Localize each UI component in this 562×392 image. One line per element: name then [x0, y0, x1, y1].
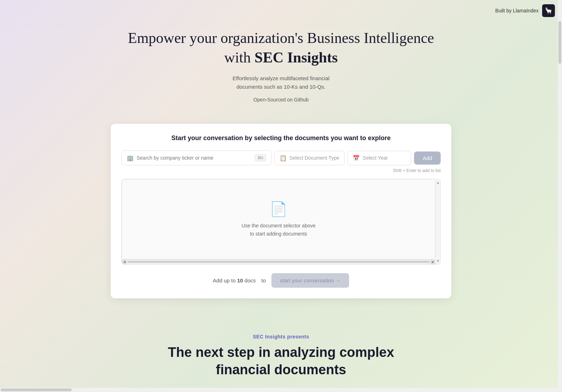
document-icon: 📋	[280, 155, 287, 161]
horizontal-thumb	[127, 261, 430, 263]
page-scrollbar-horizontal[interactable]	[0, 388, 558, 392]
search-row: 🏢 ⌘k 📋 Select Document Type 📅 Select Yea…	[121, 150, 441, 165]
calendar-icon: 📅	[353, 155, 360, 161]
start-conversation-button[interactable]: start your conversation →	[271, 273, 349, 288]
top-bar: Built by LlamaIndex 🦙	[488, 0, 562, 21]
main-card: Start your conversation by selecting the…	[111, 124, 451, 298]
company-search-wrapper[interactable]: 🏢 ⌘k	[121, 150, 271, 165]
section-2: SEC Insights presents The next step in a…	[161, 320, 401, 392]
horizontal-track	[127, 261, 430, 263]
built-by-label: Built by LlamaIndex	[495, 8, 539, 13]
document-empty-icon: 📄	[270, 201, 287, 217]
scroll-down-arrow: ▼	[436, 259, 440, 263]
document-type-placeholder: Select Document Type	[290, 155, 340, 161]
scrollbar-thumb-vertical	[558, 21, 561, 64]
year-select[interactable]: 📅 Select Year	[347, 151, 411, 165]
company-search-input[interactable]	[137, 155, 252, 161]
section-2-label: SEC Insights presents	[253, 334, 309, 339]
hero-subtitle: Effortlessly analyze multifaceted financ…	[128, 74, 434, 91]
add-hint: Shift + Enter to add to list	[121, 168, 441, 173]
github-link[interactable]: Open-Sourced on Github	[128, 97, 434, 103]
building-icon: 🏢	[127, 155, 134, 161]
scroll-up-arrow: ▲	[436, 181, 440, 184]
year-placeholder: Select Year	[363, 155, 406, 161]
page-scrollbar-vertical[interactable]	[558, 0, 562, 392]
add-button[interactable]: Add	[414, 151, 441, 165]
section-2-title: The next step in analyzing complex finan…	[168, 344, 394, 379]
hero-title: Empower your organization's Business Int…	[128, 28, 434, 67]
add-docs-text: Add up to 10 docs	[213, 277, 256, 283]
keyboard-shortcut: ⌘k	[255, 154, 266, 161]
bottom-actions: Add up to 10 docs to start your conversa…	[121, 273, 441, 288]
document-list-container: ▲ ▼ 📄 Use the document selector above to…	[121, 179, 441, 265]
document-type-select[interactable]: 📋 Select Document Type	[274, 151, 345, 165]
vertical-scrollbar[interactable]: ▲ ▼	[435, 179, 440, 264]
scroll-right-arrow: ▶	[430, 260, 435, 264]
horizontal-scrollbar[interactable]: ◀ ▶	[122, 259, 435, 264]
hero-section: Empower your organization's Business Int…	[128, 28, 434, 113]
scrollbar-thumb-horizontal	[1, 388, 72, 391]
document-empty-area: 📄 Use the document selector above to sta…	[122, 179, 435, 259]
llamaindex-icon: 🦙	[542, 4, 555, 17]
scroll-left-arrow: ◀	[122, 260, 127, 264]
card-title: Start your conversation by selecting the…	[121, 134, 441, 142]
main-content: Empower your organization's Business Int…	[0, 0, 562, 392]
doc-empty-text: Use the document selector above to start…	[242, 222, 316, 238]
